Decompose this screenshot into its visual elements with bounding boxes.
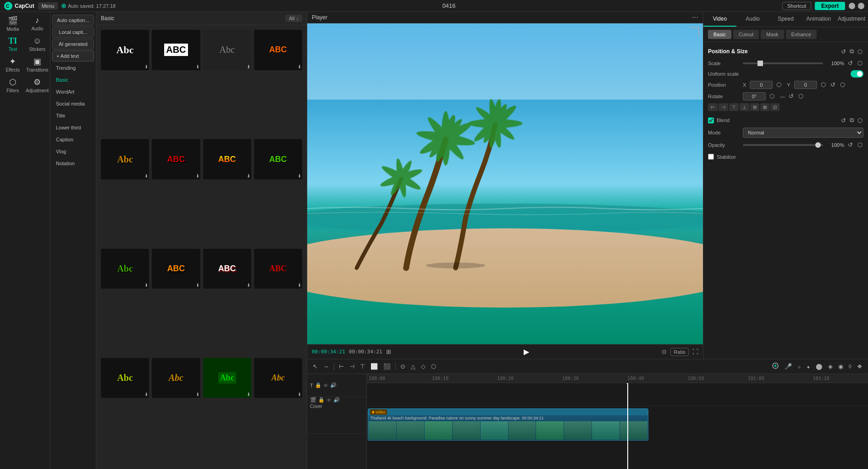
video-lock[interactable]: 🔒 [318,397,325,403]
tab-speed[interactable]: Speed [769,12,802,27]
timeline-snap7[interactable]: ❖ [855,362,864,371]
timeline-toggle-button[interactable]: ⊞ [386,348,391,355]
player-menu-button[interactable]: ⋯ [692,14,698,21]
position-y-input[interactable] [794,81,817,89]
text-tile-10[interactable]: ABC ⬇ [152,249,200,289]
text-tile-7[interactable]: ABC ⬇ [203,139,251,179]
text-tile-4[interactable]: ABC ⬇ [254,30,302,70]
sidebar-item-social-media[interactable]: Social media [52,98,94,109]
text-tile-13[interactable]: Abc ⬇ [101,358,149,398]
align-left-button[interactable]: ⊢ [708,103,718,111]
timeline-snap5[interactable]: ◉ [836,362,845,371]
timeline-snap4[interactable]: ◈ [826,362,835,371]
blend-mode-select[interactable]: Normal [743,128,863,138]
opacity-reset[interactable]: ↺ [847,140,854,149]
subtab-enhance[interactable]: Enhance [786,30,817,39]
text-tile-12[interactable]: ABC ⬇ [254,249,302,289]
nav-tab-effects[interactable]: ✦ Effects [1,55,25,74]
sidebar-item-vlog[interactable]: Vlog [52,146,94,157]
text-track-lock[interactable]: 🔒 [315,382,321,388]
play-button[interactable]: ▶ [524,347,529,356]
scale-slider[interactable] [743,62,823,64]
stabilize-checkbox[interactable] [708,154,714,160]
timeline-crop[interactable]: ⬡ [429,362,438,371]
timeline-freeze[interactable]: △ [409,362,417,371]
blend-paste-button[interactable]: ⬡ [857,116,863,125]
nav-tab-adjustment[interactable]: ⚙ Adjustment [26,75,50,95]
timeline-copy[interactable]: ⬛ [381,362,393,371]
rotate-step[interactable]: ⬡ [768,92,775,100]
text-tile-15[interactable]: Abc ⬇ [203,358,251,398]
timeline-split[interactable]: ⊣ [348,362,356,371]
timeline-zoom-in[interactable] [770,361,781,372]
text-tile-14[interactable]: Abc ⬇ [152,358,200,398]
sidebar-item-wordart[interactable]: WordArt [52,86,94,97]
timeline-speed[interactable]: ⊙ [398,362,407,371]
align-vcenter-button[interactable]: ⊞ [750,103,759,111]
text-tile-9[interactable]: Abc ⬇ [101,249,149,289]
position-copy-button[interactable]: ⧉ [849,47,855,56]
stabilize-checkbox-label[interactable]: Stabilize [708,154,736,160]
text-track-visibility[interactable]: 👁 [323,383,328,388]
rotate-reset[interactable]: ↺ [788,92,795,100]
text-track-audio[interactable]: 🔊 [330,382,337,388]
text-tile-8[interactable]: ABC ⬇ [254,139,302,179]
opacity-link[interactable]: ⬡ [857,140,863,149]
shortcut-button[interactable]: Shortcut [782,2,811,10]
nav-tab-audio[interactable]: ♪ Audio [26,14,50,34]
scale-link[interactable]: ⬡ [857,59,863,67]
timeline-trim-left[interactable]: ⊢ [337,362,346,371]
position-paste-button[interactable]: ⬡ [857,47,863,56]
position-reset2[interactable]: ↺ [829,80,836,89]
tab-video[interactable]: Video [703,12,736,27]
align-right-button[interactable]: ⊤ [729,103,739,111]
screenshot-button[interactable]: ⊙ [662,348,667,355]
rotate-input[interactable] [743,92,766,100]
export-button[interactable]: Export [815,2,845,10]
timeline-select-tool[interactable]: ↔ [321,362,331,371]
add-text-button[interactable]: + Add text [52,50,94,61]
sidebar-item-caption[interactable]: Caption [52,134,94,145]
ratio-button[interactable]: Ratio [670,348,689,356]
tab-animation[interactable]: Animation [802,12,835,27]
video-visibility[interactable]: 👁 [326,397,332,403]
subtab-mask[interactable]: Mask [761,30,784,39]
timeline-snap2[interactable]: ⬥ [805,362,812,371]
opacity-slider[interactable] [743,144,823,146]
timeline-snap3[interactable]: ⬤ [814,362,824,371]
uniform-scale-toggle[interactable] [851,70,863,78]
position-link2[interactable]: ⬡ [839,80,846,89]
timeline-audio-button[interactable]: 🎤 [783,362,794,371]
sidebar-item-notation[interactable]: Notation [52,158,94,169]
opacity-thumb[interactable] [815,142,821,148]
align-hcenter-button[interactable]: ⊣ [719,103,728,111]
blend-copy-button[interactable]: ⧉ [849,116,855,125]
align-top-button[interactable]: ⊥ [740,103,749,111]
timeline-delete[interactable]: ⬜ [369,362,380,371]
text-tile-6[interactable]: ABC ⬇ [152,139,200,179]
fullscreen-button[interactable]: ⛶ [692,348,698,355]
rotate-link[interactable]: ⬡ [797,92,804,100]
auto-caption-button[interactable]: Auto caption... [52,15,94,26]
timeline-keyframe[interactable]: ◇ [419,362,427,371]
text-tile-11[interactable]: ABC ⬇ [203,249,251,289]
subtab-cutout[interactable]: Cutout [733,30,759,39]
timeline-snap6[interactable]: ◊ [847,362,853,371]
timeline-cursor-tool[interactable]: ↖ [311,362,320,371]
timeline-trim-right[interactable]: ⊤ [358,362,367,371]
tab-audio[interactable]: Audio [736,12,769,27]
position-x-step[interactable]: ⬡ [775,80,782,89]
timeline-snap1[interactable]: ⬦ [796,362,803,371]
text-tile-5[interactable]: Abc ⬇ [101,139,149,179]
blend-checkbox[interactable] [708,117,714,123]
scale-thumb[interactable] [757,61,763,66]
distribute-button[interactable]: ⊡ [770,103,780,111]
subtab-basic[interactable]: Basic [708,30,731,39]
sidebar-item-trending[interactable]: Trending [52,62,94,73]
blend-checkbox-label[interactable]: Blend [708,117,730,123]
position-reset-button[interactable]: ↺ [840,47,847,56]
window-minimize[interactable] [849,3,855,9]
playhead[interactable] [627,383,628,469]
position-y-step[interactable]: ⬡ [820,80,827,89]
resize-handle[interactable] [690,27,699,36]
